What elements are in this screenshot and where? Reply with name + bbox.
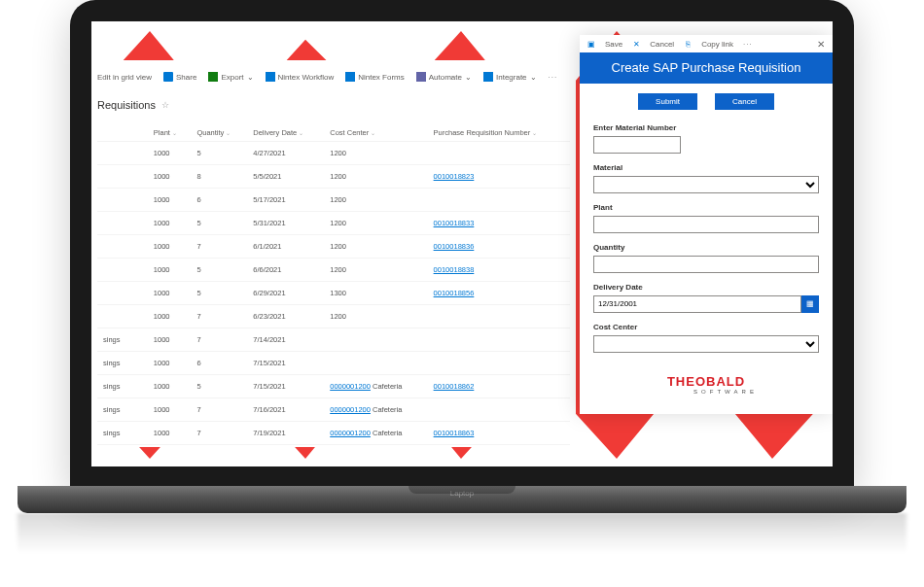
chevron-down-icon: ⌄: [465, 73, 472, 82]
date-picker-button[interactable]: ▦: [801, 295, 819, 313]
plant-label: Plant: [593, 203, 819, 212]
table-row[interactable]: 100076/1/202112000010018836: [97, 235, 570, 259]
panel-save-button[interactable]: Save: [605, 40, 622, 49]
share-button[interactable]: Share: [163, 72, 196, 82]
quantity-input[interactable]: [593, 256, 819, 273]
screen: Edit in grid view Share Export ⌄ Nintex …: [91, 21, 833, 466]
table-row[interactable]: 100056/6/202112000010018838: [97, 259, 570, 282]
table-row[interactable]: sings100067/15/2021: [97, 352, 570, 375]
table-row[interactable]: sings100077/14/2021: [97, 328, 570, 352]
panel-title: Create SAP Purchase Requisition: [580, 52, 833, 84]
table-row[interactable]: sings100077/19/20210000001200 Cafeteria0…: [97, 422, 570, 445]
chevron-down-icon: ⌄: [247, 73, 254, 82]
table-row[interactable]: 100065/17/20211200: [97, 189, 570, 212]
nintex-forms-button[interactable]: Nintex Forms: [345, 72, 405, 82]
chevron-down-icon: ⌄: [530, 73, 537, 82]
sharepoint-list-view: Edit in grid view Share Export ⌄ Nintex …: [91, 60, 576, 447]
panel-more-menu[interactable]: ···: [743, 40, 753, 49]
requisition-form: Enter Material Number Material Plant Qua…: [580, 120, 833, 366]
material-number-input[interactable]: [593, 136, 681, 154]
export-button[interactable]: Export ⌄: [208, 72, 253, 82]
col-plant[interactable]: Plant⌄: [148, 124, 192, 142]
forms-icon: [345, 72, 355, 82]
form-panel: ▣ Save ✕ Cancel ⎘ Copy link ··· ✕ Create…: [580, 35, 833, 414]
panel-action-buttons: Submit Cancel: [580, 84, 833, 120]
table-row[interactable]: 100056/29/202113000010018856: [97, 282, 570, 305]
requisitions-table: Plant⌄ Quantity⌄ Delivery Date⌄ Cost Cen…: [97, 124, 570, 447]
save-icon: ▣: [587, 40, 595, 48]
calendar-icon: ▦: [806, 299, 814, 308]
table-row[interactable]: 100055/31/202112000010018833: [97, 212, 570, 235]
share-icon: [163, 72, 173, 82]
automate-button[interactable]: Automate ⌄: [416, 72, 472, 82]
workflow-icon: [266, 72, 275, 82]
laptop-frame: Edit in grid view Share Export ⌄ Nintex …: [70, 0, 854, 490]
close-panel-button[interactable]: ✕: [817, 39, 825, 50]
delivery-date-input[interactable]: [593, 295, 801, 313]
cost-center-select[interactable]: [593, 335, 819, 353]
quantity-label: Quantity: [593, 243, 819, 252]
col-quantity[interactable]: Quantity⌄: [191, 124, 247, 142]
edit-grid-button[interactable]: Edit in grid view: [97, 73, 152, 82]
integrate-button[interactable]: Integrate ⌄: [483, 72, 537, 82]
more-menu[interactable]: ···: [549, 73, 558, 82]
panel-command-bar: ▣ Save ✕ Cancel ⎘ Copy link ··· ✕: [580, 35, 833, 52]
table-row[interactable]: sings_01100068/28/20210000001200 Cafeter…: [97, 445, 570, 448]
submit-button[interactable]: Submit: [638, 93, 697, 110]
list-title: Requisitions ☆: [97, 91, 570, 124]
link-icon: ⎘: [684, 40, 692, 48]
integrate-icon: [483, 72, 493, 82]
table-row[interactable]: sings100057/15/20210000001200 Cafeteria0…: [97, 375, 570, 398]
laptop-shadow: [18, 513, 906, 554]
cancel-icon: ✕: [632, 40, 640, 48]
cancel-button[interactable]: Cancel: [715, 93, 774, 110]
col-name[interactable]: [97, 124, 148, 142]
material-label: Material: [593, 163, 819, 172]
automate-icon: [416, 72, 426, 82]
delivery-date-label: Delivery Date: [593, 283, 819, 292]
material-select[interactable]: [593, 176, 819, 193]
table-row[interactable]: sings100077/16/20210000001200 Cafeteria: [97, 398, 570, 422]
panel-copylink-button[interactable]: Copy link: [701, 40, 733, 49]
excel-icon: [208, 72, 218, 82]
col-pr-number[interactable]: Purchase Requisition Number⌄: [428, 124, 570, 142]
col-cost-center[interactable]: Cost Center⌄: [324, 124, 427, 142]
favorite-icon[interactable]: ☆: [161, 100, 169, 110]
panel-cancel-button[interactable]: Cancel: [650, 40, 674, 49]
material-number-label: Enter Material Number: [593, 123, 819, 132]
plant-input[interactable]: [593, 216, 819, 233]
col-delivery-date[interactable]: Delivery Date⌄: [247, 124, 324, 142]
command-bar: Edit in grid view Share Export ⌄ Nintex …: [97, 68, 570, 91]
theobald-logo: THEOBALD SOFTWARE: [580, 366, 833, 402]
laptop-base: Laptop: [18, 486, 906, 513]
table-row[interactable]: 100054/27/20211200: [97, 142, 570, 165]
table-row[interactable]: 100085/5/202112000010018823: [97, 165, 570, 189]
table-row[interactable]: 100076/23/20211200: [97, 305, 570, 328]
cost-center-label: Cost Center: [593, 323, 819, 331]
nintex-workflow-button[interactable]: Nintex Workflow: [266, 72, 335, 82]
